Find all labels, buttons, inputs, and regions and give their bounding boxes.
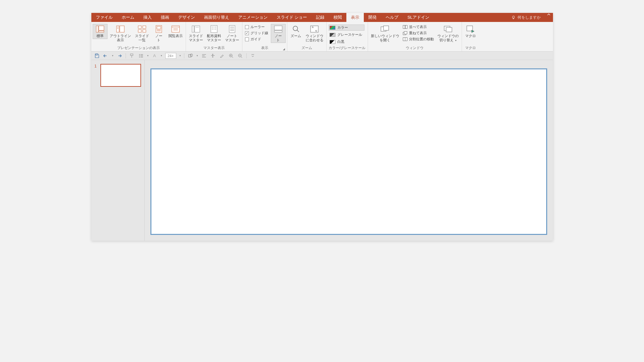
svg-rect-12: [143, 30, 146, 32]
group-label-color-grayscale: カラー/グレースケール: [328, 45, 366, 51]
color-mode-button[interactable]: カラー: [329, 25, 364, 31]
group-color-grayscale: カラー グレースケール 白黒 カラー/グレースケール: [327, 22, 368, 51]
group-window: 新しいウィンドウ を開く 並べて表示 重ねて表示: [368, 22, 462, 51]
tell-me-placeholder: 何をしますか: [517, 15, 541, 20]
svg-rect-10: [143, 26, 146, 28]
chevron-down-icon: ▾: [455, 39, 456, 42]
notes-master-button[interactable]: ノート マスター: [223, 24, 241, 43]
tab-design[interactable]: デザイン: [174, 13, 199, 22]
tab-draw[interactable]: 描画: [156, 13, 174, 22]
switch-windows-button[interactable]: ウィンドウの 切り替え ▾: [436, 24, 460, 43]
svg-rect-27: [212, 28, 214, 30]
slide-canvas[interactable]: [150, 68, 547, 235]
tab-developer[interactable]: 開発: [364, 13, 381, 22]
tab-animations[interactable]: アニメーション: [234, 13, 272, 22]
tab-sl-addin[interactable]: SLアドイン: [403, 13, 434, 22]
undo-dropdown-icon[interactable]: ▾: [112, 54, 113, 57]
reading-view-icon: [171, 25, 180, 33]
group-label-show: 表示 ◢: [244, 45, 286, 51]
checkbox-icon: [245, 25, 249, 29]
notes-page-button[interactable]: ノー ト: [151, 24, 166, 43]
zoom-button[interactable]: ズーム: [289, 24, 303, 39]
ribbon-panel: 標準 アウトライン 表示 スライド 一覧: [91, 22, 553, 52]
svg-rect-40: [403, 25, 405, 29]
svg-point-53: [139, 54, 140, 55]
font-size-dropdown-icon[interactable]: ▾: [179, 54, 181, 57]
move-split-icon: [403, 37, 407, 41]
ruler-checkbox[interactable]: ルーラー: [245, 25, 268, 29]
tab-home[interactable]: ホーム: [117, 13, 139, 22]
handout-master-icon: [210, 25, 219, 33]
handout-master-button[interactable]: 配布資料 マスター: [205, 24, 223, 43]
normal-view-button[interactable]: 標準: [93, 24, 107, 39]
zoom-in-button[interactable]: [228, 53, 234, 59]
tab-slideshow[interactable]: スライド ショー: [272, 13, 312, 22]
slide-master-icon: [191, 25, 200, 33]
grayscale-mode-button[interactable]: グレースケール: [329, 32, 364, 38]
move-split-button[interactable]: 分割位置の移動: [403, 37, 434, 42]
tab-help[interactable]: ヘルプ: [381, 13, 403, 22]
zoom-out-button[interactable]: [237, 53, 243, 59]
notes-toggle-button[interactable]: ノー ト: [271, 24, 286, 43]
guides-checkbox[interactable]: ガイド: [245, 37, 268, 42]
new-window-button[interactable]: 新しいウィンドウ を開く: [369, 24, 401, 43]
group-label-master-views: マスター表示: [187, 45, 241, 51]
slide-sorter-button[interactable]: スライド 一覧: [133, 24, 151, 43]
font-color-button[interactable]: A: [152, 53, 158, 59]
thumbnail-item[interactable]: 1: [95, 64, 141, 87]
collapse-ribbon-icon[interactable]: [545, 13, 553, 22]
reading-view-button[interactable]: 閲覧表示: [167, 24, 184, 39]
cascade-button[interactable]: 重ねて表示: [403, 31, 434, 35]
svg-rect-2: [96, 26, 98, 32]
bullets-button[interactable]: [138, 53, 144, 59]
shapes-dropdown-icon[interactable]: ▾: [197, 54, 198, 57]
gridlines-checkbox[interactable]: ✓ グリッド線: [245, 31, 268, 35]
arrange-button[interactable]: [210, 53, 216, 59]
arrange-all-button[interactable]: 並べて表示: [403, 25, 434, 29]
tab-review[interactable]: 校閲: [329, 13, 346, 22]
tab-transitions[interactable]: 画面切り替え: [199, 13, 234, 22]
bw-swatch-icon: [330, 40, 335, 44]
svg-point-57: [139, 57, 140, 57]
svg-point-35: [293, 26, 298, 31]
slide-thumbnails-panel[interactable]: 1: [91, 60, 145, 241]
zoom-icon: [291, 25, 301, 33]
svg-rect-26: [214, 26, 216, 28]
quick-access-toolbar: ▾ ▾ A ▾ 24+ ▾ ▾: [91, 52, 553, 60]
svg-rect-34: [274, 31, 282, 32]
redo-button[interactable]: [117, 53, 122, 59]
color-swatch-icon: [330, 26, 335, 30]
svg-rect-25: [212, 26, 214, 28]
dialog-launcher-icon[interactable]: ◢: [283, 47, 285, 51]
save-button[interactable]: [94, 53, 100, 59]
undo-button[interactable]: [103, 53, 109, 59]
svg-rect-17: [172, 26, 179, 32]
shapes-button[interactable]: [188, 53, 193, 59]
slide-canvas-area: [145, 60, 553, 241]
macros-icon: [466, 25, 475, 33]
align-button[interactable]: [201, 53, 207, 59]
tab-insert[interactable]: 挿入: [139, 13, 156, 22]
lightbulb-icon: [511, 15, 516, 20]
svg-marker-49: [472, 30, 474, 33]
fit-to-window-button[interactable]: ウィンドウ に合わせる: [304, 24, 325, 43]
blackwhite-mode-button[interactable]: 白黒: [329, 39, 364, 45]
slide-master-button[interactable]: スライド マスター: [187, 24, 205, 43]
bullets-dropdown-icon[interactable]: ▾: [147, 54, 148, 57]
svg-rect-50: [96, 54, 97, 55]
font-size-input[interactable]: 24+: [165, 53, 176, 59]
tab-record[interactable]: 記録: [312, 13, 329, 22]
tell-me-search[interactable]: 何をしますか: [507, 13, 545, 22]
svg-rect-3: [99, 26, 104, 30]
font-color-dropdown-icon[interactable]: ▾: [161, 54, 162, 57]
customize-qat-button[interactable]: [250, 53, 256, 59]
thumbnail-preview[interactable]: [100, 64, 141, 87]
tab-view[interactable]: 表示: [346, 13, 364, 22]
tab-file[interactable]: ファイル: [91, 13, 117, 22]
svg-rect-9: [138, 26, 141, 28]
edit-shape-button[interactable]: [219, 53, 225, 59]
macros-button[interactable]: マクロ: [463, 24, 478, 39]
outline-view-button[interactable]: アウトライン 表示: [108, 24, 133, 43]
new-window-icon: [381, 25, 390, 33]
format-painter-button[interactable]: [129, 53, 135, 59]
